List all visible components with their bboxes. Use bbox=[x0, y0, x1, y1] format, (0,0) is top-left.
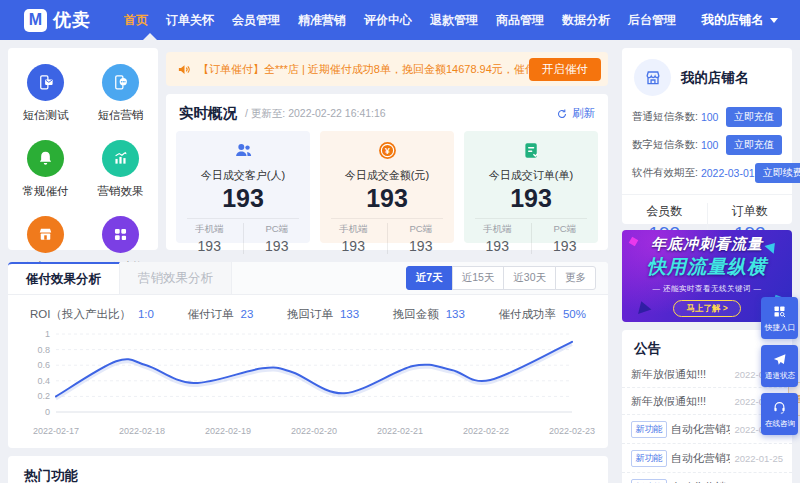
stat-recovered-amount: 挽回金额133 bbox=[393, 307, 465, 322]
mobile-value: 193 bbox=[176, 238, 243, 254]
stat-reminder-orders: 催付订单23 bbox=[188, 307, 254, 322]
recharge-button[interactable]: 立即充值 bbox=[726, 135, 782, 155]
hot-features-title: 热门功能 bbox=[8, 456, 608, 483]
svg-text:2022-02-17: 2022-02-17 bbox=[33, 426, 79, 436]
learn-more-button[interactable]: 马上了解 > bbox=[673, 300, 740, 317]
pc-label: PC端 bbox=[388, 223, 455, 236]
nav-item-analytics[interactable]: 数据分析 bbox=[553, 0, 619, 40]
stat-card-revenue: ¥ 今日成交金额(元) 193 手机端193 PC端193 bbox=[320, 131, 454, 243]
sidebar-item-marketing-effect[interactable]: 营销效果 bbox=[83, 140, 158, 199]
stat-value: 193 bbox=[176, 184, 310, 213]
shop-avatar bbox=[634, 59, 671, 96]
online-service-button[interactable]: 在线咨询 bbox=[761, 393, 798, 435]
paper-plane-icon bbox=[772, 352, 787, 367]
stat-roi: ROI（投入产出比）1:0 bbox=[30, 307, 154, 322]
digital-sms-row: 数字短信条数: 100 立即充值 bbox=[622, 131, 792, 159]
pc-value: 193 bbox=[244, 238, 311, 254]
recharge-button[interactable]: 立即充值 bbox=[726, 107, 782, 127]
analysis-stats-row: ROI（投入产出比）1:0 催付订单23 挽回订单133 挽回金额133 催付成… bbox=[8, 295, 608, 324]
range-30d[interactable]: 近30天 bbox=[503, 266, 556, 290]
sidebar-item-label: 短信营销 bbox=[98, 108, 144, 123]
tab-reminder-analysis[interactable]: 催付效果分析 bbox=[8, 262, 120, 294]
channel-status-button[interactable]: 通道状态 bbox=[761, 345, 798, 387]
stat-card-customers: 今日成交客户(人) 193 手机端193 PC端193 bbox=[176, 131, 310, 243]
svg-text:0.8: 0.8 bbox=[37, 345, 50, 355]
pc-value: 193 bbox=[532, 238, 599, 254]
svg-text:2022-02-21: 2022-02-21 bbox=[377, 426, 423, 436]
quick-entry-button[interactable]: 快捷入口 bbox=[761, 297, 798, 339]
range-7d[interactable]: 近7天 bbox=[406, 266, 453, 290]
stat-value: 193 bbox=[464, 184, 598, 213]
promo-notice-bar: 【订单催付】全***店 | 近期催付成功8单，挽回金额14678.94元，催付成… bbox=[166, 52, 608, 86]
feature-badge: 新功能 bbox=[631, 479, 667, 483]
sidebar-item-sms-test[interactable]: 短信测试 bbox=[8, 64, 83, 123]
svg-text:0: 0 bbox=[45, 407, 50, 417]
stat-recovered-orders: 挽回订单133 bbox=[287, 307, 359, 322]
banner-subheadline: 快用流量纵横 bbox=[647, 254, 767, 280]
shop-account-menu[interactable]: 我的店铺名 bbox=[702, 12, 779, 29]
nav-item-refunds[interactable]: 退款管理 bbox=[421, 0, 487, 40]
active-nav-pointer bbox=[143, 33, 157, 40]
main-menu: 首页 订单关怀 会员管理 精准营销 评价中心 退款管理 商品管理 数据分析 后台… bbox=[115, 0, 685, 40]
pc-label: PC端 bbox=[532, 223, 599, 236]
license-expiry-row: 软件有效期至: 2022-03-01 立即续费 bbox=[622, 159, 792, 187]
nav-item-reviews[interactable]: 评价中心 bbox=[355, 0, 421, 40]
analysis-tabbar: 催付效果分析 营销效果分析 近7天 近15天 近30天 更多 bbox=[8, 262, 608, 295]
logo-m-icon: M bbox=[24, 9, 47, 32]
start-reminder-button[interactable]: 开启催付 bbox=[529, 58, 601, 81]
nav-item-order-care[interactable]: 订单关怀 bbox=[157, 0, 223, 40]
announcement-row[interactable]: 新功能 自动化营销功能上线 2022-01-25 bbox=[622, 444, 792, 473]
sidebar-item-label: 常规催付 bbox=[23, 184, 69, 199]
tab-marketing-analysis[interactable]: 营销效果分析 bbox=[120, 262, 232, 294]
renew-button[interactable]: 立即续费 bbox=[755, 163, 800, 183]
stat-success-rate: 催付成功率50% bbox=[498, 307, 586, 322]
feature-badge: 新功能 bbox=[631, 450, 667, 467]
my-shop-card: 我的店铺名 普通短信条数: 100 立即充值 数字短信条数: 100 立即充值 … bbox=[622, 48, 792, 224]
nav-item-admin[interactable]: 后台管理 bbox=[619, 0, 685, 40]
sms-marketing-icon bbox=[102, 64, 139, 101]
dashboard-screen: M 优卖 首页 订单关怀 会员管理 精准营销 评价中心 退款管理 商品管理 数据… bbox=[0, 0, 800, 483]
realtime-title: 实时概况 bbox=[179, 104, 237, 123]
updated-timestamp: / 更新至: 2022-02-22 16:41:16 bbox=[245, 107, 386, 121]
stat-label: 今日成交订单(单) bbox=[464, 168, 598, 183]
svg-text:2022-02-18: 2022-02-18 bbox=[119, 426, 165, 436]
sms-test-icon bbox=[27, 64, 64, 101]
date-range-group: 近7天 近15天 近30天 更多 bbox=[406, 266, 596, 290]
hot-features-card: 热门功能 bbox=[8, 456, 608, 483]
order-doc-icon bbox=[521, 140, 542, 161]
quick-entry-icon bbox=[772, 304, 787, 319]
mobile-value: 193 bbox=[320, 238, 387, 254]
reminder-analysis-card: 催付效果分析 营销效果分析 近7天 近15天 近30天 更多 ROI（投入产出比… bbox=[8, 262, 608, 448]
stat-label: 今日成交金额(元) bbox=[320, 168, 454, 183]
announcement-row[interactable]: 新功能 自动化营销功能上线 2022-01-25 bbox=[622, 473, 792, 483]
sidebar-item-payment-reminder[interactable]: 常规催付 bbox=[8, 140, 83, 199]
speaker-icon bbox=[177, 62, 192, 77]
chevron-down-icon bbox=[770, 18, 778, 23]
app-logo[interactable]: M 优卖 bbox=[24, 8, 91, 32]
nav-item-members[interactable]: 会员管理 bbox=[223, 0, 289, 40]
refresh-button[interactable]: 刷新 bbox=[556, 106, 595, 121]
mobile-label: 手机端 bbox=[176, 223, 243, 236]
floating-action-stack: 快捷入口 通道状态 在线咨询 bbox=[761, 297, 798, 435]
sidebar-item-sms-marketing[interactable]: 短信营销 bbox=[83, 64, 158, 123]
sidebar-item-label: 短信测试 bbox=[23, 108, 69, 123]
svg-text:0.6: 0.6 bbox=[37, 360, 50, 370]
stat-value: 193 bbox=[320, 184, 454, 213]
mobile-value: 193 bbox=[464, 238, 531, 254]
svg-text:0.4: 0.4 bbox=[37, 376, 50, 386]
headset-icon bbox=[772, 400, 787, 415]
svg-text:0.2: 0.2 bbox=[37, 391, 50, 401]
mobile-label: 手机端 bbox=[320, 223, 387, 236]
shop-name: 我的店铺名 bbox=[681, 69, 749, 87]
banner-headline: 年底冲刺看流量 bbox=[651, 235, 763, 254]
pc-value: 193 bbox=[388, 238, 455, 254]
shop-account-label: 我的店铺名 bbox=[702, 12, 765, 29]
mobile-label: 手机端 bbox=[464, 223, 531, 236]
range-more[interactable]: 更多 bbox=[555, 266, 596, 290]
range-15d[interactable]: 近15天 bbox=[452, 266, 505, 290]
logo-text: 优卖 bbox=[53, 8, 91, 32]
notice-text: 【订单催付】全***店 | 近期催付成功8单，挽回金额14678.94元，催付成… bbox=[198, 62, 529, 77]
realtime-overview-card: 实时概况 / 更新至: 2022-02-22 16:41:16 刷新 今日成交客… bbox=[166, 94, 608, 250]
nav-item-marketing[interactable]: 精准营销 bbox=[289, 0, 355, 40]
nav-item-products[interactable]: 商品管理 bbox=[487, 0, 553, 40]
